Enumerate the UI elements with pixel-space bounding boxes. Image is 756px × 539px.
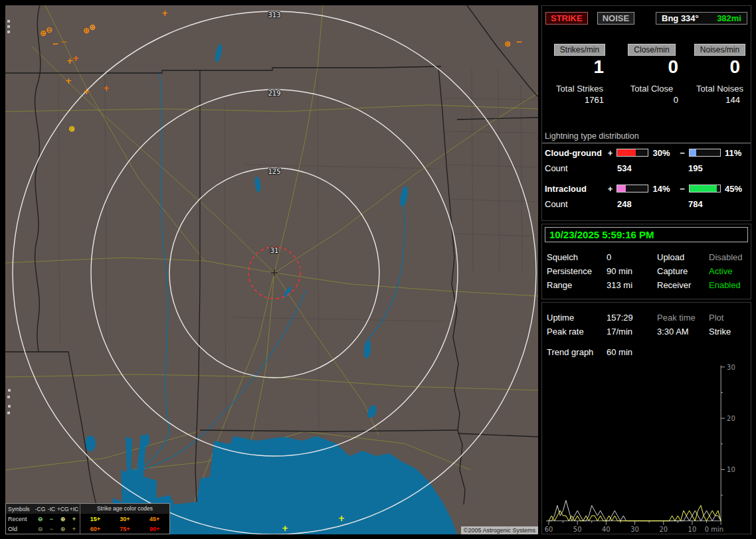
datetime-display: 10/23/2025 5:59:16 PM bbox=[545, 227, 748, 242]
cg-plus-gauge bbox=[616, 149, 648, 157]
peak-time-header: Peak time bbox=[657, 311, 709, 325]
svg-text:40: 40 bbox=[602, 526, 611, 533]
lightning-map[interactable]: 31321912531 ⊕⊖−−⊕⊕+++++⊕+⊕−++ Symbols -C… bbox=[5, 5, 538, 534]
session-row-2: Peak rate 17/min 3:30 AM Strike bbox=[542, 325, 751, 339]
total-close-label: Total Close bbox=[614, 84, 689, 94]
plus-sign: + bbox=[607, 148, 614, 158]
svg-text:20: 20 bbox=[727, 415, 735, 422]
strikes-per-min-value: 1 bbox=[545, 57, 614, 77]
svg-text:+: + bbox=[338, 514, 345, 523]
cloud-ground-label: Cloud-ground bbox=[545, 148, 607, 158]
cloud-ground-count-row: Count 534 195 bbox=[545, 163, 751, 174]
svg-text:10: 10 bbox=[688, 526, 697, 533]
minus-sign: − bbox=[678, 184, 686, 194]
svg-text:+: + bbox=[161, 9, 168, 18]
strike-indicator-button[interactable]: STRIKE bbox=[545, 12, 588, 25]
legend-recent-row: Recent ⊖−⊕+ 15+30+45+ bbox=[6, 514, 169, 524]
legend-age-title: Strike age color codes bbox=[80, 504, 169, 514]
total-label-row: Total Strikes Total Close Total Noises bbox=[542, 84, 751, 94]
close-per-min-value: 0 bbox=[614, 57, 689, 77]
legend-old-label: Old bbox=[6, 526, 35, 532]
ic-plus-count: 248 bbox=[611, 199, 682, 210]
persistence-value: 90 min bbox=[607, 264, 657, 278]
session-panel: Uptime 157:29 Peak time Plot Peak rate 1… bbox=[541, 302, 751, 534]
intracloud-row: Intracloud + 14% − 45% bbox=[545, 183, 751, 194]
svg-text:219: 219 bbox=[268, 90, 280, 97]
svg-text:−: − bbox=[60, 37, 67, 46]
session-row-1: Uptime 157:29 Peak time Plot bbox=[542, 311, 751, 325]
ic-plus-percent: 14% bbox=[651, 184, 678, 194]
rate-header-row: Strikes/min Close/min Noises/min bbox=[542, 43, 751, 56]
ic-minus-count: 784 bbox=[682, 199, 703, 210]
ic-minus-percent: 45% bbox=[723, 184, 751, 194]
map-canvas[interactable]: 31321912531 ⊕⊖−−⊕⊕+++++⊕+⊕−++ bbox=[5, 5, 538, 534]
legend-col-pos-ic: +IC bbox=[68, 506, 80, 512]
indicator-row: STRIKE NOISE Bng 334° 382mi bbox=[545, 11, 747, 25]
total-strikes-label: Total Strikes bbox=[545, 84, 614, 94]
peak-time-value: 3:30 AM bbox=[657, 325, 709, 339]
squelch-label: Squelch bbox=[547, 250, 607, 264]
svg-text:+: + bbox=[83, 87, 90, 96]
status-row-persistence: Persistence 90 min Capture Active bbox=[542, 264, 751, 278]
count-label: Count bbox=[545, 163, 611, 174]
svg-text:+: + bbox=[65, 76, 72, 86]
svg-text:⊕: ⊕ bbox=[68, 124, 75, 133]
noises-per-min-value: 0 bbox=[689, 57, 751, 77]
peak-rate-label: Peak rate bbox=[547, 325, 607, 339]
legend-col-pos-cg: +CG bbox=[57, 506, 68, 512]
bearing-label: Bng 334° bbox=[662, 13, 699, 23]
plot-header: Plot bbox=[709, 311, 751, 325]
svg-text:20: 20 bbox=[659, 526, 668, 533]
session-row-3: Trend graph 60 min bbox=[542, 345, 751, 359]
legend-col-neg-ic: -IC bbox=[46, 506, 57, 512]
legend-old-row: Old ⊖−⊕+ 60+75+90+ bbox=[6, 524, 169, 534]
range-label: Range bbox=[547, 278, 607, 292]
svg-text:⊕: ⊕ bbox=[89, 23, 96, 32]
range-value: 313 mi bbox=[607, 278, 657, 292]
plus-sign: + bbox=[607, 184, 614, 194]
cg-plus-percent: 30% bbox=[651, 148, 678, 158]
distribution-title: Lightning type distribution bbox=[542, 131, 751, 143]
svg-text:0 min: 0 min bbox=[705, 526, 723, 533]
noises-per-min-header[interactable]: Noises/min bbox=[694, 44, 745, 56]
svg-text:30: 30 bbox=[630, 526, 639, 533]
trend-graph-label: Trend graph bbox=[547, 345, 607, 359]
upload-label: Upload bbox=[657, 250, 709, 264]
cg-minus-count: 195 bbox=[682, 163, 703, 174]
minus-sign: − bbox=[678, 148, 686, 158]
persistence-label: Persistence bbox=[547, 264, 607, 278]
close-per-min-header[interactable]: Close/min bbox=[628, 44, 675, 56]
plot-value: Strike bbox=[709, 325, 751, 339]
strikes-per-min-header[interactable]: Strikes/min bbox=[554, 44, 605, 56]
noise-indicator-button[interactable]: NOISE bbox=[597, 12, 634, 25]
legend-old-ages: 60+75+90+ bbox=[80, 524, 169, 534]
svg-text:+: + bbox=[72, 54, 79, 63]
cg-minus-gauge bbox=[689, 149, 721, 157]
trend-chart-canvas: 1020306050403020100 min bbox=[542, 362, 751, 538]
legend-header-row: Symbols -CG -IC +CG +IC Strike age color… bbox=[6, 504, 169, 514]
uptime-value: 157:29 bbox=[607, 311, 657, 325]
svg-text:31: 31 bbox=[270, 247, 279, 254]
svg-text:10: 10 bbox=[727, 466, 735, 473]
ic-plus-gauge bbox=[616, 185, 648, 193]
count-label: Count bbox=[545, 199, 611, 210]
trend-graph: 1020306050403020100 min bbox=[542, 362, 751, 539]
svg-text:30: 30 bbox=[727, 364, 735, 371]
svg-text:313: 313 bbox=[268, 11, 280, 19]
legend-symbols-title: Symbols bbox=[6, 506, 35, 512]
total-strikes-value: 1761 bbox=[545, 95, 614, 105]
map-legend: Symbols -CG -IC +CG +IC Strike age color… bbox=[5, 503, 170, 534]
svg-text:125: 125 bbox=[268, 168, 280, 175]
cg-plus-count: 534 bbox=[611, 163, 682, 174]
intracloud-label: Intracloud bbox=[545, 184, 607, 194]
svg-text:60: 60 bbox=[545, 526, 553, 533]
legend-old-symbols: ⊖−⊕+ bbox=[35, 526, 80, 532]
total-noises-label: Total Noises bbox=[689, 84, 751, 94]
legend-col-neg-cg: -CG bbox=[35, 506, 46, 512]
copyright-text: ©2005 Astrogenic Systems bbox=[461, 526, 538, 534]
total-close-value: 0 bbox=[614, 95, 689, 105]
svg-text:−: − bbox=[516, 37, 522, 46]
bearing-box: Bng 334° 382mi bbox=[656, 12, 747, 25]
capture-value: Active bbox=[709, 264, 751, 278]
total-value-row: 1761 0 144 bbox=[542, 95, 751, 105]
